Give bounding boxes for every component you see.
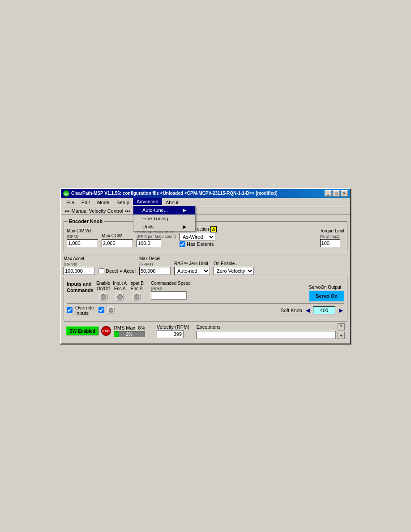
max-accel-field: Max Accel (RPMs): [64, 256, 95, 275]
max-accel-label: Max Accel: [64, 256, 95, 262]
input-a-circle-inner: [117, 294, 123, 300]
ras-jerk-select[interactable]: Auto-ned None Low Medium High: [174, 267, 210, 275]
vel-res-sublabel: (RPM per knob count): [137, 234, 176, 239]
velocity-display: 399: [157, 330, 184, 338]
minimize-button[interactable]: _: [325, 190, 332, 197]
decel-equals-accel-checkbox[interactable]: [98, 268, 104, 274]
rms-area: RMS Max: 8% 2%: [114, 325, 145, 337]
max-cw-label: Max CW Vel: [67, 228, 98, 234]
submenu-arrow: ▶: [183, 207, 186, 213]
max-accel-sublabel: (RPMs): [64, 262, 95, 266]
exceptions-label: Exceptions: [197, 324, 221, 330]
torque-limit-input[interactable]: [320, 239, 340, 247]
soft-knob-display: 400: [313, 306, 335, 314]
override-inner-checkbox[interactable]: [98, 307, 104, 313]
input-b-col: Input B Enc B: [129, 281, 144, 301]
max-decel-label: Max Decel: [139, 256, 171, 262]
exceptions-input-row: +: [197, 331, 345, 339]
menu-bar: File Edit Mode Setup Advanced Auto-tune.…: [61, 198, 350, 207]
vel-res-input[interactable]: [137, 239, 161, 247]
exceptions-area: Exceptions ? +: [197, 323, 345, 339]
max-ccw-input[interactable]: [102, 239, 133, 247]
commanded-speed-input[interactable]: [151, 292, 187, 300]
input-b-circle-inner: [134, 294, 139, 300]
units-submenu-arrow: ▶: [183, 224, 186, 230]
mode-bar: ••• Manual Velocity Control •••: [61, 207, 350, 215]
main-window: cp ClearPath-MSP V1.1.56: configuration …: [60, 188, 351, 344]
menu-mode[interactable]: Mode: [94, 199, 113, 206]
inputs-section-inner: Inputs and Commands Enable On/Off Input …: [67, 279, 344, 303]
title-bar-left: cp ClearPath-MSP V1.1.56: configuration …: [63, 190, 277, 197]
max-decel-field: Max Decel (RPMs): [139, 256, 171, 275]
velocity-area: Velocity (RPM) 399: [157, 324, 189, 338]
status-bar: SW Enabled ESC RMS Max: 8% 2% Velocity (…: [64, 321, 347, 341]
knob-right-arrow[interactable]: ▶: [337, 307, 344, 314]
servo-on-button[interactable]: Servo On: [309, 291, 344, 301]
has-detents-checkbox[interactable]: [180, 241, 185, 247]
input-a-circle-btn[interactable]: [116, 292, 124, 301]
enable-circle-inner: [101, 294, 106, 300]
on-enable-label: On Enable...: [214, 261, 254, 266]
menu-about[interactable]: About: [162, 199, 182, 206]
status-bar-row1: SW Enabled ESC RMS Max: 8% 2% Velocity (…: [66, 323, 345, 339]
commanded-speed-field: Commanded Speed (RPM): [151, 281, 191, 300]
override-label: Override Inputs: [75, 305, 94, 316]
input-a-label: Input A Enc A: [113, 281, 127, 292]
esc-button[interactable]: ESC: [101, 326, 111, 336]
menu-auto-tune[interactable]: Auto-tune... ▶: [133, 206, 195, 215]
encoder-knob-label: Encoder Knob: [68, 219, 104, 224]
menu-units[interactable]: Units ▶: [133, 223, 195, 231]
knob-left-arrow[interactable]: ◀: [304, 307, 311, 314]
torque-limit-field: Torque Limit (% of max): [320, 228, 344, 247]
max-accel-input[interactable]: [64, 267, 95, 275]
maximize-button[interactable]: □: [333, 190, 340, 197]
close-button[interactable]: ✕: [341, 190, 348, 197]
servo-on-field: ServoOn Output Servo On: [309, 285, 344, 301]
max-cw-input[interactable]: [67, 239, 98, 247]
exceptions-header-row: Exceptions ?: [197, 323, 345, 330]
max-decel-input[interactable]: [139, 267, 171, 275]
rms-label: RMS Max: 8%: [114, 325, 145, 330]
override-checkbox[interactable]: [67, 307, 73, 313]
knob-dir-select[interactable]: As-Wired Inverted: [180, 233, 215, 241]
menu-file[interactable]: File: [63, 199, 78, 206]
enable-col: Enable On/Off: [96, 281, 110, 301]
title-bar-buttons: _ □ ✕: [325, 190, 348, 197]
override-circle-btn[interactable]: [107, 306, 115, 314]
inputs-commands-label: Inputs and Commands: [67, 281, 94, 294]
inputs-commands-section: Inputs and Commands Enable On/Off Input …: [64, 277, 347, 319]
decel-check-row: Decel = Accel: [98, 268, 136, 274]
ras-jerk-field: RAS™ Jerk Limit Auto-ned None Low Medium…: [174, 261, 210, 275]
menu-advanced[interactable]: Advanced: [133, 198, 162, 205]
enable-circle-btn[interactable]: [99, 292, 108, 301]
input-b-circle-btn[interactable]: [132, 292, 141, 301]
max-ccw-label: Max CCW: [102, 233, 133, 239]
menu-setup[interactable]: Setup: [113, 199, 133, 206]
window-title: ClearPath-MSP V1.1.56: configuration fil…: [71, 191, 277, 196]
encoder-knob-row1: Max CW Vel (RPM) Max CCW Velocity Resolu…: [67, 226, 344, 247]
mode-dots-right: •••: [125, 208, 130, 214]
has-detents-label: Has Detents: [187, 241, 214, 247]
soft-knob-label: Soft Knob: [281, 308, 302, 313]
ras-jerk-label: RAS™ Jerk Limit: [174, 261, 210, 266]
warning-icon: ⚠: [210, 226, 217, 232]
sw-enabled-button[interactable]: SW Enabled: [66, 326, 98, 335]
mode-dots-left: •••: [64, 208, 70, 214]
commanded-speed-label: Commanded Speed: [151, 281, 191, 286]
on-enable-select[interactable]: Zero Velocity Resume: [214, 267, 254, 275]
accel-decel-row: Max Accel (RPMs) Decel = Accel Max Decel…: [64, 254, 347, 275]
exceptions-display: [197, 331, 336, 339]
commanded-speed-sublabel: (RPM): [151, 287, 191, 291]
app-icon: cp: [63, 190, 69, 197]
menu-edit[interactable]: Edit: [78, 199, 94, 206]
menu-fine-tuning[interactable]: Fine Tuning...: [133, 215, 195, 223]
torque-limit-sublabel: (% of max): [320, 234, 344, 239]
decel-equals-accel-label: Decel = Accel: [106, 268, 136, 274]
rms-bar-container: 2%: [114, 331, 145, 337]
menu-advanced-container: Advanced Auto-tune... ▶ Fine Tuning... U…: [133, 199, 162, 206]
plus-button[interactable]: +: [338, 332, 345, 339]
enable-label: Enable On/Off: [96, 281, 110, 292]
advanced-dropdown: Auto-tune... ▶ Fine Tuning... Units ▶: [133, 206, 196, 232]
help-button[interactable]: ?: [338, 323, 345, 330]
mode-label: Manual Velocity Control: [72, 208, 124, 214]
